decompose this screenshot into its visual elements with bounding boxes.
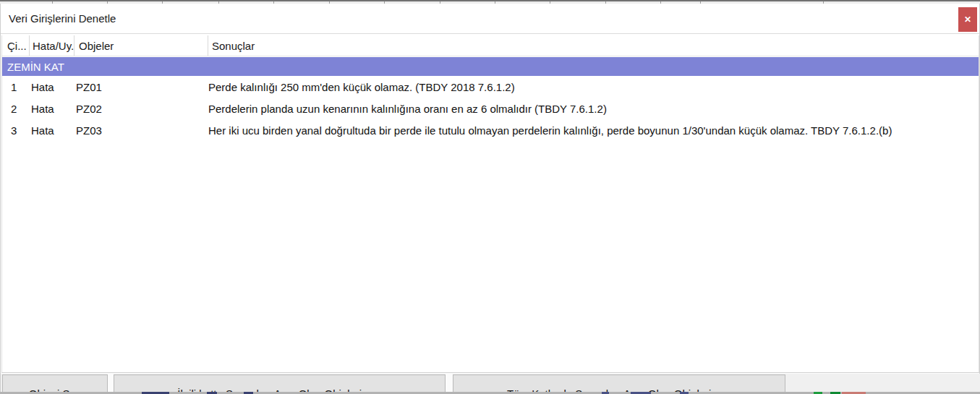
select-object-button[interactable]: Objeyi Seç <box>2 374 108 394</box>
column-header-object[interactable]: Objeler <box>74 35 208 56</box>
row-object-cell: PZ01 <box>74 81 208 93</box>
table-row[interactable]: 2 Hata PZ02 Perdelerin planda uzun kenar… <box>2 98 979 119</box>
select-same-all-stories-button[interactable]: Tüm Katlarda Sonuçları Aynı Olan Objeler… <box>453 374 785 394</box>
rows-container: 1 Hata PZ01 Perde kalınlığı 250 mm'den k… <box>2 76 979 141</box>
column-header-type[interactable]: Hata/Uy... <box>30 35 74 56</box>
row-result-cell: Perde kalınlığı 250 mm'den küçük olamaz.… <box>208 81 979 93</box>
row-result-cell: Her iki ucu birden yanal doğrultuda bir … <box>208 124 979 137</box>
check-data-entries-dialog: Veri Girişlerini Denetle ✕ Çi... Hata/Uy… <box>0 4 980 394</box>
list-header-row: Çi... Hata/Uy... Objeler Sonuçlar <box>2 35 979 56</box>
row-type-cell: Hata <box>30 81 74 93</box>
close-button[interactable]: ✕ <box>958 7 977 32</box>
dialog-title: Veri Girişlerini Denetle <box>9 12 116 25</box>
row-object-cell: PZ02 <box>74 103 208 115</box>
column-header-no[interactable]: Çi... <box>2 35 30 56</box>
select-same-in-story-button[interactable]: İlgili katta Sonuçları Aynı Olan Objeler… <box>114 374 446 394</box>
table-row[interactable]: 1 Hata PZ01 Perde kalınlığı 250 mm'den k… <box>2 76 979 98</box>
button-gap <box>108 374 114 394</box>
column-header-result[interactable]: Sonuçlar <box>208 35 979 56</box>
bottom-button-bar: Objeyi Seç İlgili katta Sonuçları Aynı O… <box>1 374 980 394</box>
results-list[interactable]: Çi... Hata/Uy... Objeler Sonuçlar ZEMİN … <box>1 35 979 373</box>
row-number-cell: 2 <box>2 103 30 115</box>
button-gap <box>446 374 453 394</box>
row-object-cell: PZ03 <box>74 124 208 137</box>
dialog-titlebar: Veri Girişlerini Denetle ✕ <box>1 4 979 34</box>
close-icon: ✕ <box>964 15 971 24</box>
table-row[interactable]: 3 Hata PZ03 Her iki ucu birden yanal doğ… <box>2 119 979 141</box>
row-number-cell: 1 <box>2 81 30 93</box>
row-type-cell: Hata <box>30 124 74 137</box>
row-type-cell: Hata <box>30 103 74 115</box>
story-group-row[interactable]: ZEMİN KAT <box>2 57 979 76</box>
row-result-cell: Perdelerin planda uzun kenarının kalınlı… <box>208 103 979 115</box>
row-number-cell: 3 <box>2 124 30 137</box>
